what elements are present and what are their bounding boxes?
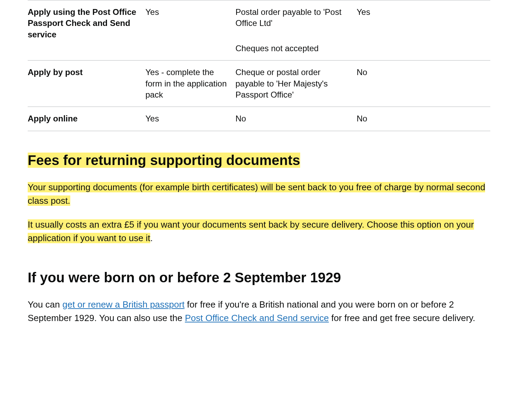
table-row: Apply by post Yes - complete the form in… (28, 61, 490, 107)
cheque-postal-cell: Cheque or postal order payable to 'Her M… (235, 61, 357, 107)
method-cell: Apply online (28, 107, 145, 131)
cash-cell: Yes (357, 0, 490, 61)
born-before-para: You can get or renew a British passport … (28, 298, 490, 325)
method-cell: Apply using the Post Office Passport Che… (28, 0, 145, 61)
get-renew-passport-link[interactable]: get or renew a British passport (62, 299, 185, 310)
cash-cell: No (357, 61, 490, 107)
fees-para-2: It usually costs an extra £5 if you want… (28, 218, 490, 245)
born-before-heading: If you were born on or before 2 Septembe… (28, 269, 490, 286)
cheque-postal-cell: Postal order payable to 'Post Office Ltd… (235, 0, 357, 61)
debit-credit-cell: Yes (145, 0, 235, 61)
post-office-check-send-link[interactable]: Post Office Check and Send service (185, 313, 329, 323)
table-row: Apply online Yes No No (28, 107, 490, 131)
payment-methods-table: Apply using the Post Office Passport Che… (28, 0, 490, 131)
fees-para-1: Your supporting documents (for example b… (28, 181, 490, 208)
fees-heading: Fees for returning supporting documents (28, 152, 490, 168)
table-row: Apply using the Post Office Passport Che… (28, 0, 490, 61)
debit-credit-cell: Yes - complete the form in the applicati… (145, 61, 235, 107)
cash-cell: No (357, 107, 490, 131)
method-cell: Apply by post (28, 61, 145, 107)
cheque-postal-cell: No (235, 107, 357, 131)
debit-credit-cell: Yes (145, 107, 235, 131)
